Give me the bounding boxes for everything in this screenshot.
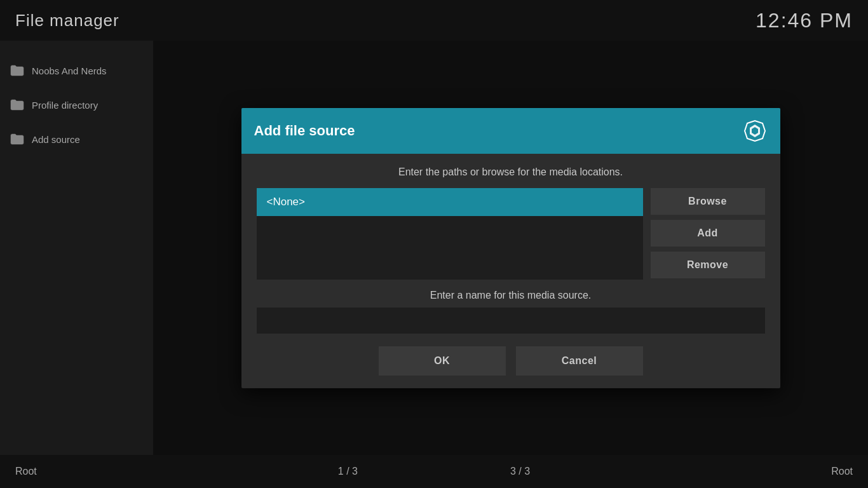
dialog-header: Add file source (241, 108, 780, 154)
folder-icon (10, 65, 24, 76)
dialog-footer-buttons: OK Cancel (257, 346, 765, 376)
dialog-body: Enter the paths or browse for the media … (241, 154, 780, 388)
main-area: Noobs And Nerds Profile directory Add so… (0, 41, 868, 455)
clock: 12:46 PM (756, 9, 853, 32)
path-list-area (257, 216, 643, 280)
name-input[interactable] (257, 308, 765, 334)
folder-icon-2 (10, 99, 24, 111)
footer-pagination-left: 1 / 3 (338, 466, 358, 477)
sidebar-label-profile: Profile directory (32, 100, 98, 111)
footer-right: Root (831, 466, 853, 477)
sidebar: Noobs And Nerds Profile directory Add so… (0, 41, 153, 455)
folder-icon-3 (10, 133, 24, 145)
footer-center: 1 / 3 3 / 3 (338, 466, 530, 477)
dialog-description: Enter the paths or browse for the media … (257, 166, 765, 178)
sidebar-item-add-source[interactable]: Add source (0, 122, 153, 156)
sidebar-item-profile-directory[interactable]: Profile directory (0, 88, 153, 122)
header: File manager 12:46 PM (0, 0, 868, 41)
path-left-section (257, 188, 643, 280)
footer-pagination-right: 3 / 3 (510, 466, 530, 477)
action-buttons: Browse Add Remove (651, 188, 765, 280)
remove-button[interactable]: Remove (651, 252, 765, 278)
footer: Root 1 / 3 3 / 3 Root (0, 455, 868, 488)
add-file-source-dialog: Add file source Enter the paths or brows… (241, 108, 780, 388)
cancel-button[interactable]: Cancel (516, 346, 643, 376)
dialog-overlay: Add file source Enter the paths or brows… (153, 41, 868, 455)
sidebar-item-noobs-and-nerds[interactable]: Noobs And Nerds (0, 53, 153, 88)
sidebar-label-noobs: Noobs And Nerds (32, 65, 107, 76)
app-title: File manager (15, 11, 119, 30)
content-area: Add file source Enter the paths or brows… (153, 41, 868, 455)
path-section: Browse Add Remove (257, 188, 765, 280)
path-input[interactable] (257, 188, 643, 216)
ok-button[interactable]: OK (379, 346, 506, 376)
browse-button[interactable]: Browse (651, 188, 765, 215)
kodi-logo-icon (742, 118, 768, 144)
name-label: Enter a name for this media source. (257, 290, 765, 301)
footer-left: Root (15, 466, 37, 477)
add-button[interactable]: Add (651, 220, 765, 247)
sidebar-label-add-source: Add source (32, 134, 80, 145)
dialog-title: Add file source (254, 123, 355, 139)
